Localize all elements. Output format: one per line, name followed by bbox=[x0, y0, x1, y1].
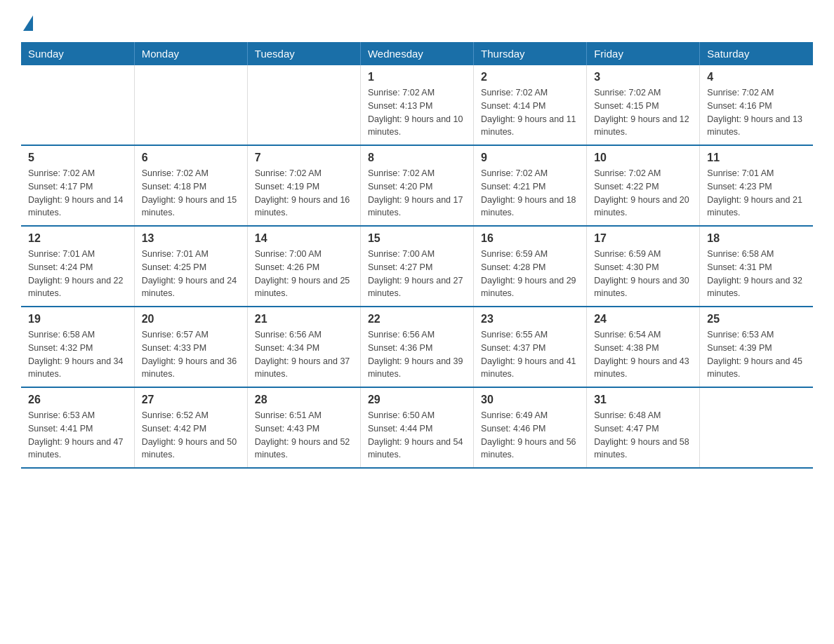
calendar-cell: 26Sunrise: 6:53 AM Sunset: 4:41 PM Dayli… bbox=[21, 387, 134, 468]
day-number: 15 bbox=[368, 232, 466, 245]
calendar-cell: 14Sunrise: 7:00 AM Sunset: 4:26 PM Dayli… bbox=[247, 226, 360, 307]
day-number: 30 bbox=[481, 394, 579, 406]
calendar-cell: 13Sunrise: 7:01 AM Sunset: 4:25 PM Dayli… bbox=[134, 226, 247, 307]
day-number: 25 bbox=[707, 313, 806, 326]
calendar-cell: 11Sunrise: 7:01 AM Sunset: 4:23 PM Dayli… bbox=[700, 145, 813, 226]
day-info: Sunrise: 7:02 AM Sunset: 4:18 PM Dayligh… bbox=[142, 167, 240, 220]
header-friday: Friday bbox=[587, 42, 700, 65]
calendar-cell: 12Sunrise: 7:01 AM Sunset: 4:24 PM Dayli… bbox=[21, 226, 134, 307]
day-info: Sunrise: 7:02 AM Sunset: 4:22 PM Dayligh… bbox=[594, 167, 692, 220]
calendar-cell: 30Sunrise: 6:49 AM Sunset: 4:46 PM Dayli… bbox=[474, 387, 587, 468]
day-number: 26 bbox=[28, 394, 127, 406]
calendar-cell: 8Sunrise: 7:02 AM Sunset: 4:20 PM Daylig… bbox=[360, 145, 473, 226]
day-info: Sunrise: 7:02 AM Sunset: 4:21 PM Dayligh… bbox=[481, 167, 579, 220]
day-info: Sunrise: 7:00 AM Sunset: 4:26 PM Dayligh… bbox=[255, 248, 353, 300]
day-info: Sunrise: 6:53 AM Sunset: 4:39 PM Dayligh… bbox=[707, 328, 806, 381]
day-info: Sunrise: 6:49 AM Sunset: 4:46 PM Dayligh… bbox=[481, 409, 579, 462]
day-info: Sunrise: 6:51 AM Sunset: 4:43 PM Dayligh… bbox=[255, 409, 353, 462]
day-info: Sunrise: 7:02 AM Sunset: 4:14 PM Dayligh… bbox=[481, 86, 579, 139]
calendar-cell: 22Sunrise: 6:56 AM Sunset: 4:36 PM Dayli… bbox=[360, 307, 473, 387]
header-saturday: Saturday bbox=[700, 42, 813, 65]
day-number: 4 bbox=[707, 71, 806, 83]
day-info: Sunrise: 6:58 AM Sunset: 4:32 PM Dayligh… bbox=[28, 328, 127, 381]
day-info: Sunrise: 6:53 AM Sunset: 4:41 PM Dayligh… bbox=[28, 409, 127, 462]
calendar-cell: 19Sunrise: 6:58 AM Sunset: 4:32 PM Dayli… bbox=[21, 307, 134, 387]
day-info: Sunrise: 7:00 AM Sunset: 4:27 PM Dayligh… bbox=[368, 248, 466, 300]
day-number: 28 bbox=[255, 394, 353, 406]
page-header bbox=[21, 14, 813, 28]
day-number: 24 bbox=[594, 313, 692, 326]
calendar-cell: 10Sunrise: 7:02 AM Sunset: 4:22 PM Dayli… bbox=[587, 145, 700, 226]
header-monday: Monday bbox=[134, 42, 247, 65]
day-number: 20 bbox=[142, 313, 240, 326]
day-info: Sunrise: 7:02 AM Sunset: 4:13 PM Dayligh… bbox=[368, 86, 466, 139]
calendar-cell: 29Sunrise: 6:50 AM Sunset: 4:44 PM Dayli… bbox=[360, 387, 473, 468]
day-number: 3 bbox=[594, 71, 692, 83]
day-info: Sunrise: 6:58 AM Sunset: 4:31 PM Dayligh… bbox=[707, 248, 806, 300]
day-number: 9 bbox=[481, 152, 579, 164]
day-number: 21 bbox=[255, 313, 353, 326]
day-number: 11 bbox=[707, 152, 806, 164]
week-row-3: 12Sunrise: 7:01 AM Sunset: 4:24 PM Dayli… bbox=[21, 226, 813, 307]
logo bbox=[21, 14, 33, 28]
day-info: Sunrise: 7:01 AM Sunset: 4:25 PM Dayligh… bbox=[142, 248, 240, 300]
calendar-cell bbox=[21, 65, 134, 145]
day-info: Sunrise: 7:02 AM Sunset: 4:19 PM Dayligh… bbox=[255, 167, 353, 220]
day-info: Sunrise: 7:02 AM Sunset: 4:20 PM Dayligh… bbox=[368, 167, 466, 220]
day-number: 19 bbox=[28, 313, 127, 326]
day-info: Sunrise: 6:55 AM Sunset: 4:37 PM Dayligh… bbox=[481, 328, 579, 381]
calendar-cell: 18Sunrise: 6:58 AM Sunset: 4:31 PM Dayli… bbox=[700, 226, 813, 307]
logo-triangle-icon bbox=[23, 15, 33, 31]
day-info: Sunrise: 6:48 AM Sunset: 4:47 PM Dayligh… bbox=[594, 409, 692, 462]
calendar-cell: 15Sunrise: 7:00 AM Sunset: 4:27 PM Dayli… bbox=[360, 226, 473, 307]
day-number: 8 bbox=[368, 152, 466, 164]
calendar-cell: 27Sunrise: 6:52 AM Sunset: 4:42 PM Dayli… bbox=[134, 387, 247, 468]
day-info: Sunrise: 7:02 AM Sunset: 4:16 PM Dayligh… bbox=[707, 86, 806, 139]
day-number: 27 bbox=[142, 394, 240, 406]
day-number: 23 bbox=[481, 313, 579, 326]
day-info: Sunrise: 7:01 AM Sunset: 4:24 PM Dayligh… bbox=[28, 248, 127, 300]
day-info: Sunrise: 6:59 AM Sunset: 4:28 PM Dayligh… bbox=[481, 248, 579, 300]
calendar-cell: 2Sunrise: 7:02 AM Sunset: 4:14 PM Daylig… bbox=[474, 65, 587, 145]
calendar-cell: 1Sunrise: 7:02 AM Sunset: 4:13 PM Daylig… bbox=[360, 65, 473, 145]
day-info: Sunrise: 7:02 AM Sunset: 4:17 PM Dayligh… bbox=[28, 167, 127, 220]
calendar-cell bbox=[700, 387, 813, 468]
calendar-cell: 4Sunrise: 7:02 AM Sunset: 4:16 PM Daylig… bbox=[700, 65, 813, 145]
day-number: 16 bbox=[481, 232, 579, 245]
calendar-cell: 31Sunrise: 6:48 AM Sunset: 4:47 PM Dayli… bbox=[587, 387, 700, 468]
day-info: Sunrise: 7:01 AM Sunset: 4:23 PM Dayligh… bbox=[707, 167, 806, 220]
day-info: Sunrise: 6:56 AM Sunset: 4:36 PM Dayligh… bbox=[368, 328, 466, 381]
calendar-cell: 16Sunrise: 6:59 AM Sunset: 4:28 PM Dayli… bbox=[474, 226, 587, 307]
day-info: Sunrise: 6:54 AM Sunset: 4:38 PM Dayligh… bbox=[594, 328, 692, 381]
calendar-cell: 9Sunrise: 7:02 AM Sunset: 4:21 PM Daylig… bbox=[474, 145, 587, 226]
day-number: 1 bbox=[368, 71, 466, 83]
day-number: 22 bbox=[368, 313, 466, 326]
calendar-cell: 25Sunrise: 6:53 AM Sunset: 4:39 PM Dayli… bbox=[700, 307, 813, 387]
calendar-cell bbox=[134, 65, 247, 145]
calendar-cell: 21Sunrise: 6:56 AM Sunset: 4:34 PM Dayli… bbox=[247, 307, 360, 387]
day-info: Sunrise: 6:52 AM Sunset: 4:42 PM Dayligh… bbox=[142, 409, 240, 462]
calendar-table: SundayMondayTuesdayWednesdayThursdayFrid… bbox=[21, 42, 813, 469]
week-row-1: 1Sunrise: 7:02 AM Sunset: 4:13 PM Daylig… bbox=[21, 65, 813, 145]
week-row-2: 5Sunrise: 7:02 AM Sunset: 4:17 PM Daylig… bbox=[21, 145, 813, 226]
calendar-cell: 7Sunrise: 7:02 AM Sunset: 4:19 PM Daylig… bbox=[247, 145, 360, 226]
day-number: 14 bbox=[255, 232, 353, 245]
day-info: Sunrise: 6:50 AM Sunset: 4:44 PM Dayligh… bbox=[368, 409, 466, 462]
day-info: Sunrise: 6:57 AM Sunset: 4:33 PM Dayligh… bbox=[142, 328, 240, 381]
calendar-cell: 17Sunrise: 6:59 AM Sunset: 4:30 PM Dayli… bbox=[587, 226, 700, 307]
day-info: Sunrise: 6:59 AM Sunset: 4:30 PM Dayligh… bbox=[594, 248, 692, 300]
header-thursday: Thursday bbox=[474, 42, 587, 65]
calendar-header-row: SundayMondayTuesdayWednesdayThursdayFrid… bbox=[21, 42, 813, 65]
day-info: Sunrise: 6:56 AM Sunset: 4:34 PM Dayligh… bbox=[255, 328, 353, 381]
day-info: Sunrise: 7:02 AM Sunset: 4:15 PM Dayligh… bbox=[594, 86, 692, 139]
calendar-cell: 24Sunrise: 6:54 AM Sunset: 4:38 PM Dayli… bbox=[587, 307, 700, 387]
day-number: 31 bbox=[594, 394, 692, 406]
day-number: 17 bbox=[594, 232, 692, 245]
calendar-cell: 5Sunrise: 7:02 AM Sunset: 4:17 PM Daylig… bbox=[21, 145, 134, 226]
day-number: 10 bbox=[594, 152, 692, 164]
calendar-cell: 20Sunrise: 6:57 AM Sunset: 4:33 PM Dayli… bbox=[134, 307, 247, 387]
calendar-cell bbox=[247, 65, 360, 145]
day-number: 29 bbox=[368, 394, 466, 406]
day-number: 13 bbox=[142, 232, 240, 245]
day-number: 5 bbox=[28, 152, 127, 164]
